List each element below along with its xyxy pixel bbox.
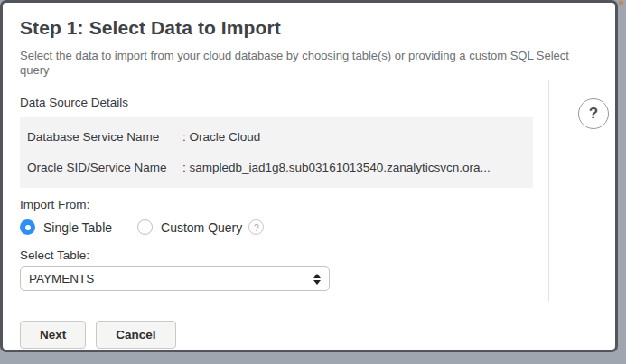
oracle-sid-service-name-label: Oracle SID/Service Name — [27, 161, 182, 175]
radio-checked-icon[interactable] — [20, 219, 35, 235]
table-row: Database Service Name : Oracle Cloud — [20, 122, 533, 153]
scrollbar-artifact — [619, 1, 623, 5]
custom-query-help-icon[interactable]: ? — [248, 219, 264, 235]
radio-custom-query-label: Custom Query — [161, 220, 242, 235]
dialog-subtitle: Select the data to import from your clou… — [20, 49, 598, 78]
select-table-label: Select Table: — [20, 248, 598, 262]
page-background: Step 1: Select Data to Import Select the… — [0, 0, 626, 364]
dialog-footer: Next Cancel — [20, 321, 598, 349]
radio-single-table-label: Single Table — [43, 220, 112, 235]
radio-option-custom-query[interactable]: Custom Query — [137, 219, 242, 235]
page-title: Step 1: Select Data to Import — [20, 16, 598, 40]
database-service-name-value: : Oracle Cloud — [182, 130, 526, 145]
import-from-options: Single Table Custom Query ? — [20, 219, 598, 235]
radio-unchecked-icon[interactable] — [137, 219, 153, 235]
database-service-name-label: Database Service Name — [27, 130, 182, 145]
next-button[interactable]: Next — [20, 321, 86, 349]
data-source-details-heading: Data Source Details — [20, 96, 598, 109]
cancel-button[interactable]: Cancel — [96, 321, 175, 349]
table-select-value: PAYMENTS — [29, 272, 94, 285]
table-row: Oracle SID/Service Name : sampledb_iad1g… — [20, 153, 533, 183]
radio-option-single-table[interactable]: Single Table — [20, 219, 112, 235]
oracle-sid-service-name-value: : sampledb_iad1g8.sub03161013540.zanalyt… — [182, 161, 526, 175]
data-source-details-panel: Database Service Name : Oracle Cloud Ora… — [20, 117, 533, 188]
vertical-divider — [548, 80, 549, 301]
select-stepper-icon — [313, 274, 321, 285]
help-button[interactable]: ? — [578, 98, 609, 129]
table-select-dropdown[interactable]: PAYMENTS — [20, 266, 330, 291]
import-dialog: Step 1: Select Data to Import Select the… — [0, 0, 618, 352]
import-from-label: Import From: — [20, 198, 598, 211]
